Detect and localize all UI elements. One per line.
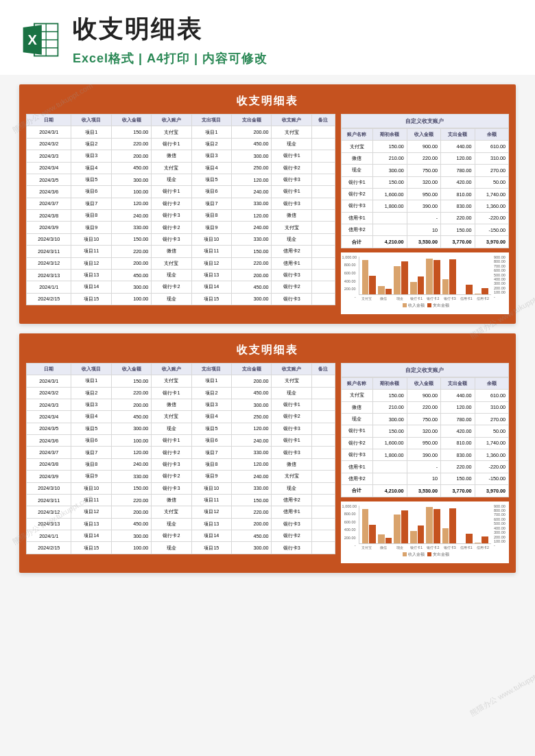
bar-expense [449, 508, 456, 543]
cell: 银行卡3 [272, 542, 311, 554]
cell [311, 506, 335, 518]
bar-income [426, 259, 433, 294]
cell: 项目3 [71, 399, 111, 410]
cell: 450.00 [111, 269, 151, 281]
cell [311, 411, 335, 423]
cell: -220.00 [475, 461, 509, 473]
cell: 300.00 [373, 413, 407, 425]
cell: 2024/3/11 [27, 494, 71, 506]
cell: 项目15 [71, 542, 111, 554]
cell: 200.00 [111, 257, 151, 269]
cell: 900.00 [407, 141, 440, 152]
table-row: 2024/3/1项目1150.00支付宝项目1200.00支付宝 [27, 126, 335, 138]
cell: 450.00 [232, 530, 272, 542]
cell: 2024/3/7 [27, 447, 71, 458]
bar-expense [369, 276, 376, 294]
cell: 2024/3/3 [27, 399, 71, 410]
total-row: 合计4,210.003,530.003,770.003,970.00 [341, 236, 508, 248]
cell: 项目13 [71, 269, 111, 281]
table-row: 现金300.00750.00780.00270.00 [341, 165, 508, 176]
cell: 300.00 [232, 293, 272, 305]
cell: 支付宝 [341, 390, 373, 401]
bar-group [442, 506, 456, 543]
cell: 银行卡2 [272, 530, 311, 542]
cell [311, 233, 335, 245]
cell: 项目6 [71, 186, 111, 198]
x-tick: 银行卡1 [408, 296, 425, 301]
table-row: 2024/3/11项目11220.00微信项目11150.00信用卡2 [27, 246, 335, 257]
cell: 项目1 [191, 126, 231, 138]
cell: 220.00 [111, 387, 151, 399]
cell: 支付宝 [272, 471, 311, 482]
cell: 信用卡1 [272, 257, 311, 269]
cell: 信用卡1 [272, 506, 311, 518]
cell: 220.00 [441, 212, 475, 224]
cell: 450.00 [111, 411, 151, 423]
cell: 750.00 [407, 165, 440, 176]
bar-group [442, 257, 456, 294]
bar-group [410, 257, 424, 294]
cell: 3,770.00 [441, 485, 475, 497]
cell: 2024/3/5 [27, 423, 71, 434]
cell [373, 461, 407, 473]
cell: 银行卡1 [272, 399, 311, 410]
cell: 项目10 [71, 482, 111, 494]
bar-expense [369, 525, 376, 543]
cell: 2024/3/6 [27, 435, 71, 447]
svg-text:X: X [28, 32, 38, 47]
cell: 2024/3/7 [27, 198, 71, 209]
watermark: 熊猫办公 www.tukuppt.com [468, 664, 535, 719]
cell: 150.00 [373, 425, 407, 437]
cell: 项目15 [191, 293, 231, 305]
cell: 项目9 [71, 471, 111, 482]
col-header: 备注 [311, 115, 335, 126]
cell: 210.00 [373, 152, 407, 164]
cell: 210.00 [373, 401, 407, 413]
summary-title: 自定义收支账户 [341, 114, 509, 128]
cell: 银行卡3 [152, 482, 191, 494]
cell: 信用卡2 [272, 246, 311, 257]
cell: 银行卡3 [152, 210, 191, 222]
cell: 银行卡2 [152, 222, 191, 233]
cell: 300.00 [111, 530, 151, 542]
cell: 100.00 [111, 293, 151, 305]
cell: 150.00 [111, 233, 151, 245]
col-header: 收入项目 [71, 115, 111, 126]
cell: 项目2 [71, 138, 111, 150]
cell: 270.00 [475, 165, 509, 176]
table-row: 银行卡1150.00320.00420.0050.00 [341, 176, 508, 188]
cell: 现金 [272, 482, 311, 494]
cell: 220.00 [232, 506, 272, 518]
cell: 合计 [341, 485, 373, 497]
cell: 信用卡1 [341, 461, 373, 473]
x-tick: 银行卡3 [441, 545, 457, 550]
cell: 项目14 [191, 530, 231, 542]
cell: 银行卡1 [272, 435, 311, 447]
cell: 项目2 [191, 387, 231, 399]
cell: 450.00 [232, 387, 272, 399]
cell: 1,800.00 [373, 449, 407, 461]
cell [311, 518, 335, 530]
cell: 项目1 [71, 126, 111, 138]
cell: 项目4 [191, 162, 231, 174]
cell: 250.00 [232, 411, 272, 423]
cell: 330.00 [111, 222, 151, 233]
cell: 150.00 [111, 375, 151, 387]
cell [311, 198, 335, 209]
cell: 200.00 [111, 399, 151, 410]
cell: 3,770.00 [441, 236, 475, 248]
cell: 2024/3/1 [27, 126, 71, 138]
cell [311, 246, 335, 257]
cell: 220.00 [111, 138, 151, 150]
cell: 微信 [341, 401, 373, 413]
table-row: 现金300.00750.00780.00270.00 [341, 413, 508, 425]
cell: 150.00 [441, 473, 475, 484]
x-tick: 信用卡1 [458, 545, 475, 550]
cell: 银行卡1 [152, 186, 191, 198]
cell: 银行卡3 [272, 518, 311, 530]
bar-expense [433, 260, 440, 294]
col-header: 支出金额 [232, 363, 272, 375]
cell: 200.00 [232, 269, 272, 281]
table-row: 2024/1/1项目14300.00银行卡2项目14450.00银行卡2 [27, 530, 335, 542]
bar-income [410, 282, 417, 294]
